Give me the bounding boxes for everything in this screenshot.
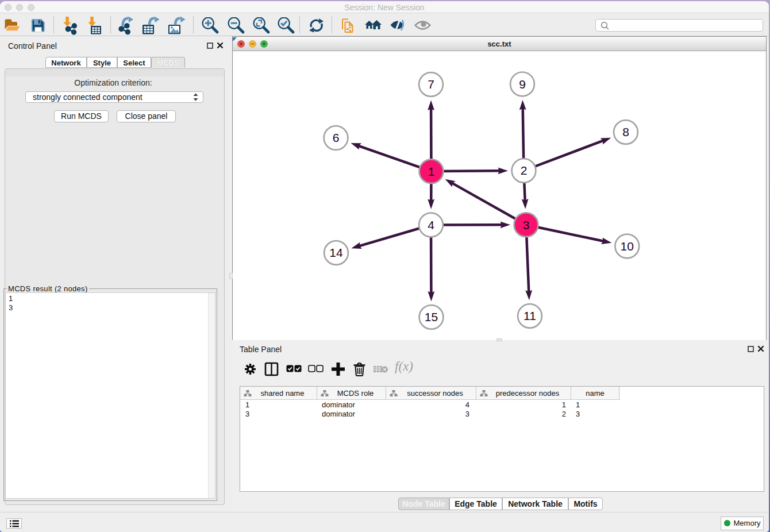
svg-text:11: 11 [523,309,536,322]
svg-text:10: 10 [621,240,634,253]
svg-text:15: 15 [425,310,438,323]
svg-text:2: 2 [521,164,528,177]
svg-text:9: 9 [519,78,526,91]
svg-text:6: 6 [333,131,340,144]
svg-text:3: 3 [523,218,530,232]
svg-text:8: 8 [622,125,629,138]
svg-text:4: 4 [428,218,434,232]
svg-text:14: 14 [329,246,343,259]
svg-text:7: 7 [428,78,434,91]
svg-text:1: 1 [428,165,435,178]
